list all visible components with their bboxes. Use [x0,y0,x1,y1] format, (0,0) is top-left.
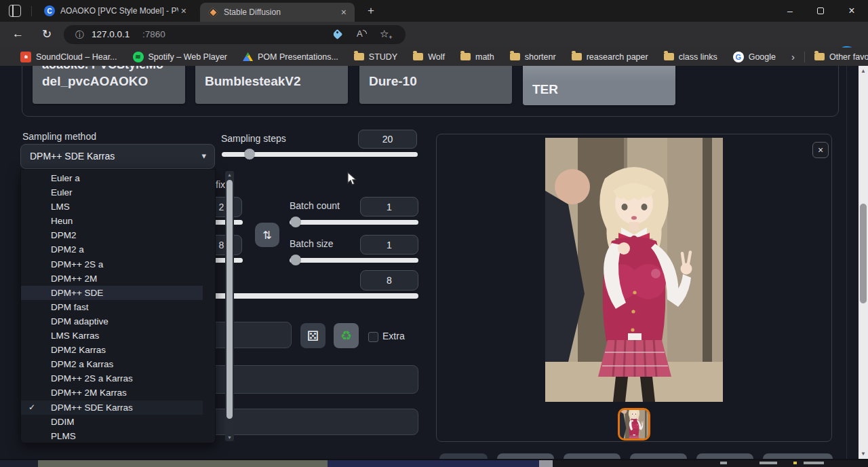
tab-stable-diffusion[interactable]: Stable Diffusion × [200,3,355,22]
taskbar-segment [38,460,328,467]
cfg-scale-input[interactable]: 8 [360,270,418,291]
other-favorites[interactable]: Other favorites [814,52,868,62]
cfg-scale-slider[interactable] [203,293,418,299]
tag-icon[interactable] [332,29,343,40]
random-seed-button[interactable]: ⚄ [300,323,326,348]
list-scrollbar[interactable]: ▲ ▼ [225,171,235,441]
sampling-steps-slider-handle[interactable] [244,149,255,160]
sampler-option[interactable]: ✓Heun [21,214,203,228]
bookmark-item[interactable]: STUDY [354,52,397,62]
restore-button[interactable] [807,0,834,22]
refresh-button[interactable]: ↻ [42,27,52,41]
scrollbar-thumb[interactable] [226,180,233,419]
batch-count-label: Batch count [290,200,340,211]
close-window-button[interactable]: × [838,0,865,22]
bookmark-item[interactable]: shortenr [510,52,556,62]
close-image-button[interactable]: × [812,142,829,158]
model-card[interactable]: Dure-10 [359,66,512,104]
sampler-option[interactable]: ✓DPM2 a Karras [21,357,203,371]
scroll-down-icon[interactable]: ▼ [225,435,234,440]
new-tab-button[interactable]: + [363,3,378,18]
divider [804,52,805,62]
bookmark-item[interactable]: math [460,52,494,62]
bookmark-label: Wolf [428,52,445,62]
model-card[interactable]: BumblesteakV2 [195,66,348,104]
extra-checkbox[interactable] [368,332,378,342]
check-icon: ✓ [28,400,35,415]
model-card[interactable]: aoaoko. PVCStyleMo del_pvcAOAOKO [33,66,185,104]
sampler-option[interactable]: ✓DPM++ 2S a Karras [21,371,203,386]
scrollbar-thumb[interactable] [860,204,867,303]
swap-dimensions-button[interactable]: ⇅ [255,223,279,247]
bookmark-item[interactable]: G Google [733,52,776,62]
sampling-method-select[interactable]: DPM++ SDE Karras ▾ [20,144,215,169]
batch-count-slider[interactable] [290,220,418,225]
bookmark-item[interactable]: POM Presentations... [243,52,338,62]
back-button[interactable]: ← [12,27,24,41]
sampler-option[interactable]: ✓DPM++ 2M Karras [21,386,203,400]
model-card[interactable]: TER [523,66,675,105]
bookmark-item[interactable]: class links [664,52,717,62]
taskbar-segment [0,460,38,467]
sampler-option[interactable]: ✓Euler [21,185,203,200]
workspaces-icon[interactable] [9,5,21,17]
address-bar[interactable]: ⓘ 127.0.0.1 :7860 A ☆+ [64,25,406,44]
scroll-up-icon[interactable]: ▲ [225,172,234,177]
sampler-option[interactable]: ✓DPM adaptive [21,314,203,329]
tab-close-icon[interactable]: × [338,7,349,18]
folder-icon [354,53,364,60]
sampler-option[interactable]: ✓LMS Karras [21,329,203,343]
batch-size-slider[interactable] [290,258,418,263]
browser-navbar: ← ↻ ⓘ 127.0.0.1 :7860 A ☆+ O»♻IAADS⌖YM ☆… [0,22,868,48]
browser-scrollbar[interactable]: ▲ ▼ [859,66,868,459]
sampler-option[interactable]: ✓Euler a [21,171,203,185]
gallery-thumbnail[interactable] [618,408,650,441]
scroll-up-icon[interactable]: ▲ [859,68,868,74]
tab-close-icon[interactable]: × [178,5,189,16]
sampler-option[interactable]: ✓DPM++ SDE [21,286,203,300]
sampler-option[interactable]: ✓LMS [21,200,203,214]
bookmark-label: math [475,52,494,62]
minimize-button[interactable]: – [776,0,804,22]
sampling-steps-input[interactable]: 20 [358,130,417,149]
scroll-down-icon[interactable]: ▼ [859,451,868,457]
bookmark-item[interactable]: Wolf [413,52,445,62]
add-favorite-icon[interactable]: ☆+ [380,28,389,40]
url-host: 127.0.0.1 [92,29,130,39]
sampler-option[interactable]: ✓DDIM [21,415,203,429]
sampler-option[interactable]: ✓DPM++ SDE Karras [21,400,203,415]
generated-image[interactable] [545,138,723,402]
bookmark-item[interactable]: ılıı SoundCloud – Hear... [20,52,117,62]
bookmark-item[interactable]: ≋ Spotify – Web Player [133,52,228,62]
model-card-name: TER [532,82,558,97]
batch-size-input[interactable]: 1 [360,235,418,255]
sampling-steps-label: Sampling steps [221,133,286,144]
sampler-option[interactable]: ✓DPM2 [21,228,203,242]
bookmark-label: class links [679,52,717,62]
browser-titlebar: C AOAOKO [PVC Style Model] - PV × Stable… [0,0,868,22]
restore-icon [817,7,824,14]
taskbar-mark [760,462,777,464]
read-aloud-icon[interactable]: A [357,29,363,39]
tab-title: Stable Diffusion [224,7,281,17]
extra-label: Extra [382,331,405,341]
sampler-option[interactable]: ✓DPM2 a [21,242,203,257]
folder-icon [413,53,423,60]
reuse-seed-button[interactable]: ♻ [334,323,359,348]
sampler-option[interactable]: ✓DPM2 Karras [21,343,203,357]
sampler-option[interactable]: ✓DPM++ 2S a [21,257,203,272]
sampler-option[interactable]: ✓DPM fast [21,300,203,314]
bookmark-item[interactable]: reasearch paper [572,52,648,62]
batch-size-slider-handle[interactable] [290,255,301,265]
hires-fix-label-fragment: fix [216,179,225,190]
tab-civitai[interactable]: C AOAOKO [PVC Style Model] - PV × [37,0,195,22]
batch-count-slider-handle[interactable] [290,217,301,227]
sampler-option[interactable]: ✓PLMS [21,429,203,443]
batch-count-input[interactable]: 1 [360,197,418,217]
taskbar-segment [539,460,553,467]
sampler-option[interactable]: ✓DPM++ 2M [21,272,203,286]
sampling-method-value: DPM++ SDE Karras [30,151,115,162]
site-info-icon[interactable]: ⓘ [75,29,84,41]
bookmarks-overflow-icon[interactable]: › [791,51,795,62]
mouse-cursor [347,172,357,186]
